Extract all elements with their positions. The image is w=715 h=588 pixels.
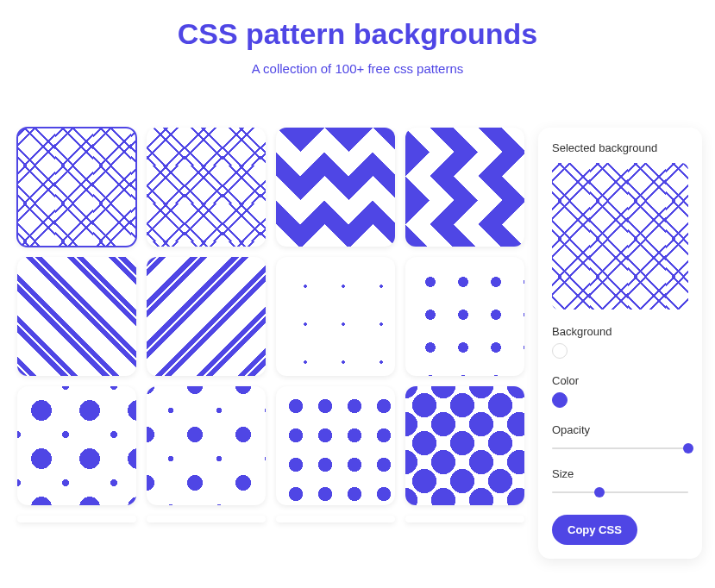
copy-css-button[interactable]: Copy CSS [552, 515, 637, 545]
pattern-tile-dots-varied-small-large[interactable] [147, 386, 266, 505]
pattern-tile-dots-tiny[interactable] [276, 257, 395, 376]
pattern-tile-waves-diagonal-right[interactable] [147, 257, 266, 376]
slider-track [552, 447, 688, 449]
page-header: CSS pattern backgrounds A collection of … [17, 17, 698, 76]
pattern-tile-partial[interactable] [17, 516, 136, 522]
pattern-tile-zigzag-outline-horizontal[interactable] [17, 128, 136, 247]
background-color-label: Background [552, 325, 688, 338]
background-color-swatch[interactable] [552, 343, 568, 359]
pattern-tile-partial[interactable] [276, 516, 395, 522]
page-title: CSS pattern backgrounds [17, 17, 698, 51]
pattern-tile-dots-small[interactable] [405, 257, 524, 376]
size-label: Size [552, 467, 688, 480]
pattern-tile-zigzag-solid-vertical[interactable] [405, 128, 524, 247]
pattern-tile-dots-large-dense[interactable] [405, 386, 524, 505]
opacity-slider[interactable] [552, 441, 688, 455]
options-panel: Selected background Background Color Opa… [538, 128, 702, 559]
pattern-tile-zigzag-outline-vertical[interactable] [147, 128, 266, 247]
slider-track [552, 491, 688, 493]
page-subtitle: A collection of 100+ free css patterns [17, 61, 698, 76]
pattern-preview [552, 163, 688, 310]
pattern-tile-partial[interactable] [147, 516, 266, 522]
foreground-color-label: Color [552, 374, 688, 387]
pattern-tile-partial[interactable] [405, 516, 524, 522]
pattern-tile-dots-medium-grid[interactable] [276, 386, 395, 505]
pattern-tile-zigzag-solid-horizontal[interactable] [276, 128, 395, 247]
pattern-tile-waves-diagonal-left[interactable] [17, 257, 136, 376]
pattern-tile-dots-varied-large-small[interactable] [17, 386, 136, 505]
slider-thumb[interactable] [594, 487, 605, 497]
size-slider[interactable] [552, 485, 688, 499]
slider-thumb[interactable] [683, 443, 693, 454]
foreground-color-swatch[interactable] [552, 392, 568, 408]
opacity-label: Opacity [552, 423, 688, 436]
pattern-grid [17, 128, 524, 522]
selected-background-label: Selected background [552, 141, 688, 154]
